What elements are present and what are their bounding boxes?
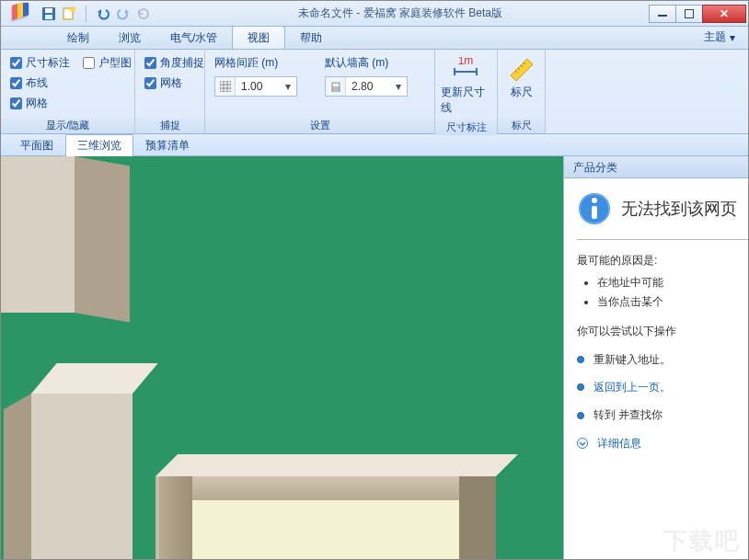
menu-view[interactable]: 视图	[232, 26, 285, 49]
svg-marker-12	[511, 59, 533, 81]
tab-floorplan[interactable]: 平面图	[8, 134, 65, 156]
svg-rect-1	[17, 3, 23, 18]
svg-rect-5	[45, 15, 52, 19]
menu-browse[interactable]: 浏览	[104, 27, 156, 49]
window-title: 未命名文件 - 爱福窝 家庭装修软件 Beta版	[151, 6, 650, 21]
theme-label: 主题	[704, 29, 726, 45]
undo-icon[interactable]	[96, 6, 110, 21]
dimline-icon: 1m	[451, 57, 480, 81]
svg-rect-4	[45, 8, 52, 13]
menu-elec[interactable]: 电气/水管	[156, 27, 232, 49]
chk-grid-snap[interactable]: 网格	[144, 75, 204, 91]
svg-rect-15	[592, 206, 597, 219]
close-button[interactable]: ✕	[702, 5, 746, 23]
chk-angle-snap[interactable]: 角度捕捉	[144, 55, 204, 71]
btn-label: 更新尺寸线	[441, 85, 490, 116]
tab-3dview[interactable]: 三维浏览	[65, 134, 133, 156]
details-link[interactable]: 详细信息	[597, 434, 641, 452]
group-label: 标尺	[498, 118, 545, 133]
bullet-icon	[577, 412, 584, 419]
group-label: 尺寸标注	[435, 120, 497, 135]
svg-rect-8	[658, 15, 667, 17]
3d-viewport[interactable]	[1, 156, 564, 559]
theme-dropdown[interactable]: 主题▾	[704, 29, 748, 49]
chk-wiring[interactable]: 布线	[10, 75, 70, 91]
update-dimline-button[interactable]: 1m 更新尺寸线	[441, 53, 490, 116]
try-label: 你可以尝试以下操作	[577, 322, 748, 340]
chevron-down-icon: ▾	[390, 77, 407, 96]
bullet-icon	[577, 383, 584, 391]
side-panel-title: 产品分类	[564, 156, 748, 178]
group-label: 捕捉	[135, 118, 204, 133]
svg-rect-2	[23, 3, 29, 17]
quick-access-toolbar	[41, 6, 151, 22]
wall-segment	[1, 156, 75, 313]
minimize-button[interactable]	[649, 5, 676, 23]
action-item: 转到 并查找你	[593, 406, 663, 424]
expand-icon[interactable]	[577, 438, 588, 449]
chk-grid[interactable]: 网格	[10, 96, 70, 111]
btn-label: 标尺	[511, 85, 533, 100]
wall-height-value: 2.80	[346, 80, 390, 93]
separator	[86, 6, 86, 22]
height-icon	[326, 77, 346, 96]
action-item: 重新键入地址。	[593, 350, 671, 369]
body-row: 产品分类 无法找到该网页 最可能的原因是: 在地址中可能 当你点击某个 你可以尝…	[1, 156, 748, 559]
chevron-down-icon: ▾	[280, 77, 296, 96]
wall-height-combo[interactable]: 2.80 ▾	[325, 76, 408, 97]
maximize-button[interactable]	[675, 5, 703, 23]
view-tabs: 平面图 三维浏览 预算清单	[1, 134, 748, 156]
cause-label: 最可能的原因是:	[577, 251, 748, 269]
wall-segment	[31, 394, 133, 559]
grid-spacing-value: 1.00	[236, 80, 280, 93]
group-label: 设置	[205, 118, 434, 133]
label-wall-height: 默认墙高 (m)	[325, 55, 408, 71]
svg-text:1m: 1m	[458, 57, 474, 67]
ribbon: 尺寸标注 布线 网格 户型图 显示/隐藏 角度捕捉 网格 捕捉 网格间距 (m)…	[1, 50, 748, 134]
info-icon	[577, 191, 612, 226]
ribbon-group-ruler: 标尺 标尺	[498, 50, 546, 133]
tab-budget[interactable]: 预算清单	[133, 134, 202, 156]
cause-item: 在地址中可能	[597, 273, 748, 291]
side-panel-body: 无法找到该网页 最可能的原因是: 在地址中可能 当你点击某个 你可以尝试以下操作…	[564, 178, 748, 559]
menu-help[interactable]: 帮助	[285, 27, 337, 49]
error-heading: 无法找到该网页	[621, 195, 737, 223]
sync-icon[interactable]	[136, 6, 151, 21]
cause-item: 当你点击某个	[597, 292, 748, 311]
grid-icon	[215, 77, 236, 96]
watermark: 下载吧	[663, 525, 741, 557]
app-orb[interactable]	[5, 2, 36, 26]
chk-floorplan[interactable]: 户型图	[83, 55, 132, 71]
redo-icon[interactable]	[116, 6, 131, 21]
menu-draw[interactable]: 绘制	[52, 27, 104, 49]
side-panel: 产品分类 无法找到该网页 最可能的原因是: 在地址中可能 当你点击某个 你可以尝…	[564, 156, 748, 559]
group-label: 显示/隐藏	[1, 118, 134, 133]
bullet-icon	[577, 356, 584, 363]
menu-bar: 绘制 浏览 电气/水管 视图 帮助 主题▾	[1, 27, 748, 50]
ribbon-group-dimline: 1m 更新尺寸线 尺寸标注	[435, 50, 498, 133]
chevron-down-icon: ▾	[730, 31, 735, 44]
room-box	[156, 476, 496, 559]
svg-rect-9	[685, 9, 694, 18]
new-icon[interactable]	[62, 6, 76, 21]
ribbon-group-show-hide: 尺寸标注 布线 网格 户型图 显示/隐藏	[1, 50, 135, 133]
ruler-icon	[509, 57, 535, 81]
ruler-button[interactable]: 标尺	[503, 53, 539, 100]
label-grid-spacing: 网格间距 (m)	[214, 55, 297, 71]
svg-rect-0	[12, 4, 17, 20]
save-icon[interactable]	[41, 6, 56, 21]
window-buttons: ✕	[650, 5, 746, 23]
action-link[interactable]: 返回到上一页。	[593, 378, 671, 396]
title-bar: 未命名文件 - 爱福窝 家庭装修软件 Beta版 ✕	[1, 1, 748, 27]
chk-dimension[interactable]: 尺寸标注	[10, 55, 70, 71]
ribbon-group-settings: 网格间距 (m) 1.00 ▾ 默认墙高 (m) 2.80 ▾ 设置	[205, 50, 435, 133]
svg-point-16	[592, 198, 597, 203]
ribbon-group-snap: 角度捕捉 网格 捕捉	[135, 50, 205, 133]
svg-rect-10	[220, 81, 231, 92]
svg-point-7	[70, 6, 75, 12]
grid-spacing-combo[interactable]: 1.00 ▾	[214, 76, 297, 97]
